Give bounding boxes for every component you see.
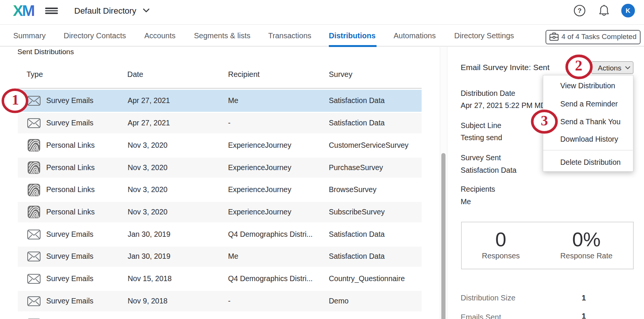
svg-text:3: 3 (541, 113, 548, 128)
svg-text:2: 2 (575, 57, 582, 73)
svg-text:?: ? (578, 7, 581, 14)
svg-text:1: 1 (12, 92, 19, 108)
